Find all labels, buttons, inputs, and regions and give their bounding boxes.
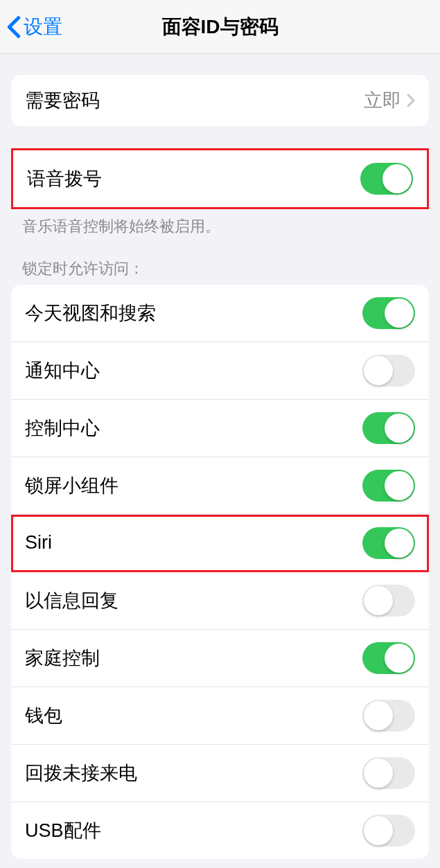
today-view-toggle[interactable] [362, 297, 415, 329]
control-center-toggle[interactable] [362, 412, 415, 444]
toggle-knob [364, 356, 393, 385]
toggle-knob [385, 299, 414, 328]
lock-access-footer: iPhone锁定超过一小时后，需先解锁iPhone才能允许USB配件连接。 [0, 859, 440, 868]
toggle-knob [364, 816, 393, 845]
back-label: 设置 [24, 14, 62, 40]
reply-with-message-row: 以信息回复 [11, 572, 429, 630]
toggle-knob [385, 471, 414, 500]
wallet-toggle[interactable] [362, 700, 415, 732]
reply-with-message-toggle[interactable] [362, 585, 415, 617]
lock-screen-widgets-row: 锁屏小组件 [11, 457, 429, 515]
wallet-label: 钱包 [25, 703, 62, 728]
toggle-knob [382, 164, 412, 193]
require-passcode-value-text: 立即 [364, 88, 401, 113]
lock-access-header: 锁定时允许访问： [0, 238, 440, 285]
usb-accessories-toggle[interactable] [362, 815, 415, 847]
toggle-knob [364, 701, 393, 730]
toggle-knob [385, 414, 414, 443]
voice-dial-footer: 音乐语音控制将始终被启用。 [0, 209, 440, 238]
toggle-knob [364, 586, 393, 615]
notification-center-toggle[interactable] [362, 355, 415, 387]
require-passcode-section: 需要密码 立即 [11, 75, 429, 126]
reply-with-message-label: 以信息回复 [25, 588, 118, 613]
voice-dial-label: 语音拨号 [27, 166, 102, 191]
require-passcode-label: 需要密码 [25, 88, 100, 113]
siri-label: Siri [25, 532, 52, 553]
toggle-knob [385, 529, 414, 558]
voice-dial-toggle[interactable] [360, 163, 413, 195]
lock-access-section: 今天视图和搜索 通知中心 控制中心 锁屏小组件 Siri 以信息回复 家庭控制 [11, 285, 429, 859]
lock-screen-widgets-toggle[interactable] [362, 470, 415, 502]
page-title: 面容ID与密码 [162, 14, 279, 40]
voice-dial-row: 语音拨号 [13, 150, 427, 207]
control-center-row: 控制中心 [11, 400, 429, 457]
voice-dial-section: 语音拨号 [11, 148, 429, 209]
notification-center-label: 通知中心 [25, 358, 100, 383]
back-button[interactable]: 设置 [7, 14, 62, 40]
return-missed-calls-toggle[interactable] [362, 757, 415, 789]
return-missed-calls-label: 回拨未接来电 [25, 761, 137, 786]
control-center-label: 控制中心 [25, 416, 100, 441]
chevron-right-icon [407, 94, 415, 107]
usb-accessories-label: USB配件 [25, 818, 101, 843]
home-control-row: 家庭控制 [11, 630, 429, 687]
require-passcode-value: 立即 [364, 88, 415, 113]
home-control-label: 家庭控制 [25, 646, 100, 671]
navigation-bar: 设置 面容ID与密码 [0, 0, 440, 54]
chevron-left-icon [7, 15, 21, 39]
siri-row: Siri [11, 515, 429, 572]
lock-screen-widgets-label: 锁屏小组件 [25, 473, 118, 498]
home-control-toggle[interactable] [362, 642, 415, 674]
usb-accessories-row: USB配件 [11, 802, 429, 859]
toggle-knob [364, 759, 393, 788]
notification-center-row: 通知中心 [11, 342, 429, 400]
wallet-row: 钱包 [11, 687, 429, 745]
today-view-label: 今天视图和搜索 [25, 301, 156, 326]
siri-toggle[interactable] [362, 527, 415, 559]
toggle-knob [385, 644, 414, 673]
today-view-row: 今天视图和搜索 [11, 285, 429, 342]
require-passcode-row[interactable]: 需要密码 立即 [11, 75, 429, 126]
return-missed-calls-row: 回拨未接来电 [11, 745, 429, 802]
